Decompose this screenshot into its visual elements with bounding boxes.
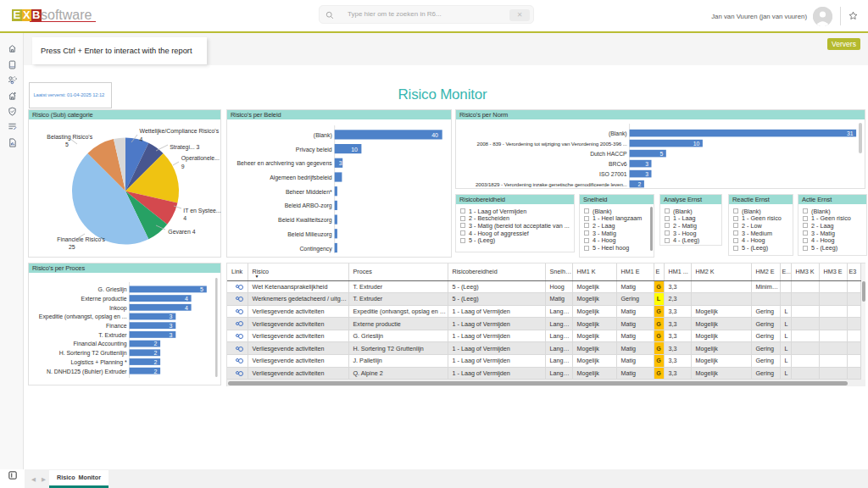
svg-text:Logistics + Planning *: Logistics + Planning * (71, 359, 127, 366)
svg-text:2: 2 (153, 350, 157, 356)
svg-text:10: 10 (693, 141, 700, 147)
svg-text:Beheer Middelen*: Beheer Middelen* (286, 189, 332, 195)
svg-text:Algemeen bedrijfsbeleid: Algemeen bedrijfsbeleid (270, 175, 332, 181)
svg-text:Expeditie (ontvangst, opslag e: Expeditie (ontvangst, opslag en ... (39, 313, 127, 320)
svg-text:Strategi... 3: Strategi... 3 (170, 144, 199, 151)
svg-text:(Blank): (Blank) (609, 130, 627, 137)
svg-text:9: 9 (181, 164, 185, 169)
svg-text:5: 5 (65, 141, 69, 147)
svg-text:4: 4 (140, 136, 143, 142)
svg-text:Contingency: Contingency (299, 246, 332, 252)
svg-text:Externe productie: Externe productie (81, 296, 127, 302)
svg-text:Finance: Finance (106, 323, 127, 329)
svg-text:31: 31 (847, 130, 854, 136)
svg-text:2: 2 (153, 359, 157, 365)
svg-text:(Blank): (Blank) (314, 132, 332, 139)
svg-text:3: 3 (645, 161, 648, 167)
svg-text:G. Grieslijn: G. Grieslijn (98, 286, 127, 293)
svg-text:4: 4 (183, 215, 186, 221)
svg-text:Beleid Kwaliteitszorg: Beleid Kwaliteitszorg (278, 217, 332, 224)
svg-text:3: 3 (170, 332, 173, 338)
svg-text:Beheer en archivering van gege: Beheer en archivering van gegevens (236, 160, 332, 167)
svg-text:Financial Accounting: Financial Accounting (73, 341, 126, 347)
svg-text:Beleid Milieuzorg: Beleid Milieuzorg (287, 231, 332, 238)
svg-text:Belasting Risico's: Belasting Risico's (47, 134, 92, 141)
svg-text:Beleid ARBO-zorg: Beleid ARBO-zorg (285, 202, 332, 209)
svg-text:25: 25 (69, 244, 75, 250)
svg-text:5: 5 (200, 286, 203, 292)
svg-text:3: 3 (339, 160, 342, 166)
svg-text:H. Sortering T2 Gruttenlijn: H. Sortering T2 Gruttenlijn (59, 350, 127, 357)
svg-text:Privacy beleid: Privacy beleid (296, 147, 332, 153)
svg-text:IT en Systee...: IT en Systee... (183, 208, 220, 214)
svg-text:Gevaren 4: Gevaren 4 (168, 229, 195, 235)
svg-text:2: 2 (153, 369, 157, 374)
svg-text:Wettelijke/Compliance Risico's: Wettelijke/Compliance Risico's (140, 128, 220, 135)
svg-text:Financiele Risico's: Financiele Risico's (57, 236, 105, 242)
svg-text:4: 4 (185, 296, 188, 302)
svg-text:40: 40 (431, 132, 438, 138)
svg-text:Inkoop: Inkoop (109, 305, 127, 312)
svg-text:2003/1829 - Verordening inzake: 2003/1829 - Verordening inzake genetisch… (476, 181, 627, 187)
svg-text:2008 - 839 - Verordening tot w: 2008 - 839 - Verordening tot wijziging v… (477, 141, 627, 147)
svg-text:Operationele...: Operationele... (181, 155, 220, 162)
svg-text:BRCv6: BRCv6 (609, 161, 627, 167)
svg-text:N. DNHD125 (Buhler) Extruder: N. DNHD125 (Buhler) Extruder (47, 369, 127, 375)
svg-text:2: 2 (638, 181, 642, 187)
svg-text:2: 2 (153, 341, 157, 347)
svg-text:4: 4 (185, 305, 188, 311)
svg-text:ISO 27001: ISO 27001 (599, 171, 627, 177)
svg-text:T. Extruder: T. Extruder (98, 332, 127, 338)
svg-text:10: 10 (351, 147, 358, 152)
svg-text:Dutch HACCP: Dutch HACCP (590, 151, 627, 157)
svg-text:3: 3 (645, 171, 648, 177)
svg-text:5: 5 (659, 151, 663, 157)
svg-text:3: 3 (170, 323, 173, 329)
svg-text:3: 3 (170, 313, 173, 319)
